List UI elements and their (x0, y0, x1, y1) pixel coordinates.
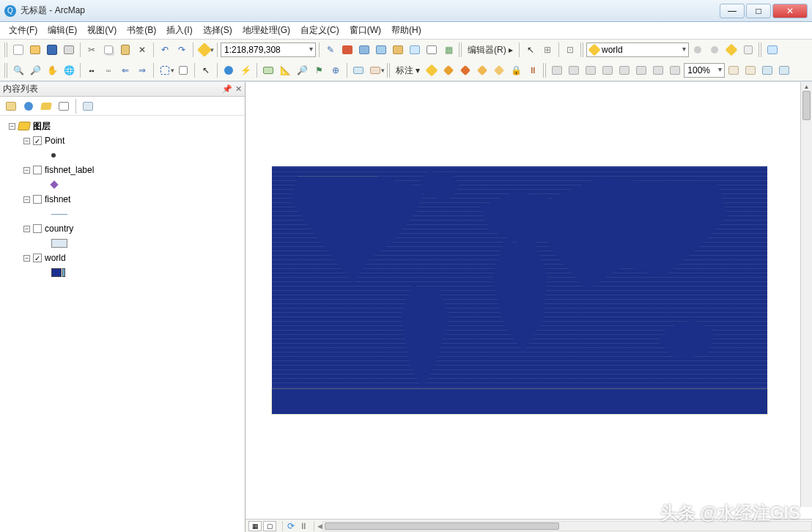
search-window-icon[interactable] (373, 42, 389, 58)
label-weight-1-icon[interactable] (474, 62, 490, 78)
toolbar-grip[interactable] (4, 43, 8, 57)
georef-4-icon[interactable] (599, 62, 616, 78)
close-button[interactable]: ✕ (772, 4, 808, 18)
toolbar-grip[interactable] (543, 63, 547, 78)
collapse-icon[interactable]: − (23, 196, 30, 203)
refresh-icon[interactable]: ⟳ (286, 521, 296, 531)
layer-checkbox[interactable]: ✓ (33, 136, 42, 145)
georef-8-icon[interactable] (667, 62, 683, 78)
options-icon[interactable] (80, 98, 96, 114)
go-to-xy-icon[interactable]: ⊕ (328, 62, 344, 78)
layer-country-symbol[interactable] (0, 236, 245, 251)
table-of-contents-icon[interactable]: ▦ (440, 42, 457, 58)
toolbar-grip[interactable] (387, 63, 391, 78)
menu-help[interactable]: 帮助(H) (387, 22, 426, 39)
clear-selection-icon[interactable] (175, 62, 191, 78)
layer-world-symbol[interactable] (0, 265, 245, 280)
collapse-icon[interactable]: − (23, 226, 30, 232)
cut-icon[interactable]: ✂ (84, 42, 100, 58)
menu-windows[interactable]: 窗口(W) (345, 22, 385, 39)
measure-icon[interactable]: 📐 (277, 62, 293, 78)
zoom-percent-combo[interactable]: 100% (684, 63, 725, 78)
map-canvas[interactable]: ▲ (246, 82, 812, 519)
layer-world[interactable]: − ✓ world (0, 251, 245, 265)
toolbar-grip[interactable] (759, 43, 762, 57)
toolbox-icon[interactable] (339, 42, 355, 58)
vertical-scrollbar[interactable]: ▲ (800, 82, 812, 507)
dropdown-arrow-icon[interactable]: ▾ (381, 67, 385, 74)
menu-insert[interactable]: 插入(I) (162, 22, 196, 39)
zoom-out-icon[interactable]: 🔎 (27, 62, 43, 78)
pause-draw-icon[interactable]: ⏸ (296, 521, 311, 531)
minimize-button[interactable]: — (720, 4, 745, 18)
pan-icon[interactable]: ✋ (44, 62, 60, 78)
layout-2-icon[interactable] (742, 62, 759, 78)
sketch-properties-icon[interactable] (723, 42, 739, 58)
edit-tool-icon[interactable]: ↖ (523, 42, 539, 58)
scroll-thumb[interactable] (802, 91, 811, 120)
identify-icon[interactable] (221, 62, 237, 78)
collapse-icon[interactable]: − (23, 255, 30, 262)
model-builder-icon[interactable] (407, 42, 423, 58)
find-route-icon[interactable]: ⚑ (311, 62, 327, 78)
menu-edit[interactable]: 编辑(E) (43, 22, 81, 39)
toolbar-grip[interactable] (459, 43, 462, 57)
georef-2-icon[interactable] (566, 62, 582, 78)
label-weight-2-icon[interactable] (491, 62, 507, 78)
toc-pin-icon[interactable]: 📌 (222, 84, 232, 94)
scroll-left-icon[interactable]: ◀ (317, 522, 322, 530)
layer-checkbox[interactable] (33, 166, 42, 174)
layer-fishnet-symbol[interactable] (0, 207, 245, 221)
hyperlink-icon[interactable]: ⚡ (237, 62, 254, 78)
georef-icon[interactable] (764, 42, 780, 58)
scroll-thumb[interactable] (325, 522, 559, 530)
menu-file[interactable]: 文件(F) (4, 22, 42, 39)
georef-7-icon[interactable] (650, 62, 666, 78)
menu-geoprocessing[interactable]: 地理处理(G) (238, 22, 295, 39)
georef-5-icon[interactable] (616, 62, 632, 78)
fixed-zoom-in-icon[interactable]: ▪▪ (84, 62, 100, 78)
label-priority-1-icon[interactable] (440, 62, 457, 78)
collapse-icon[interactable]: − (23, 167, 30, 174)
layer-point[interactable]: − ✓ Point (0, 133, 245, 148)
python-window-icon[interactable] (390, 42, 406, 58)
layer-fishnet[interactable]: − fishnet (0, 192, 245, 207)
layout-view-tab[interactable]: ▢ (263, 521, 276, 531)
list-by-selection-icon[interactable] (56, 98, 72, 114)
select-elements-icon[interactable]: ↖ (198, 62, 214, 78)
lock-labels-icon[interactable]: 🔒 (508, 62, 524, 78)
dropdown-arrow-icon[interactable]: ▾ (171, 67, 174, 74)
edit-vertices-icon[interactable]: ⊡ (562, 42, 578, 58)
new-icon[interactable] (10, 42, 26, 58)
label-priority-2-icon[interactable] (457, 62, 473, 78)
georef-6-icon[interactable] (633, 62, 649, 78)
find-icon[interactable]: 🔎 (294, 62, 310, 78)
pause-labels-icon[interactable]: ⏸ (525, 62, 541, 78)
menu-customize[interactable]: 自定义(C) (296, 22, 344, 39)
menu-view[interactable]: 视图(V) (83, 22, 121, 39)
copy-icon[interactable] (100, 42, 117, 58)
layer-fishnet-label[interactable]: − fishnet_label (0, 163, 245, 177)
layer-checkbox[interactable] (33, 224, 42, 233)
menu-bookmarks[interactable]: 书签(B) (122, 22, 160, 39)
fixed-zoom-out-icon[interactable]: ▫▫ (100, 62, 117, 78)
back-extent-icon[interactable]: ⇐ (117, 62, 133, 78)
list-by-source-icon[interactable] (21, 98, 37, 114)
add-data-icon[interactable] (196, 42, 213, 58)
layer-checkbox[interactable]: ✓ (33, 254, 42, 262)
horizontal-scrollbar[interactable] (322, 521, 812, 531)
label-tool-menu[interactable]: 标注 ▾ (393, 64, 423, 77)
scroll-up-icon[interactable]: ▲ (801, 82, 812, 91)
label-manager-icon[interactable] (424, 62, 440, 78)
list-by-drawing-order-icon[interactable] (3, 98, 19, 114)
scale-combo[interactable]: 1:218,879,308 (221, 43, 316, 57)
toolbar-grip[interactable] (4, 63, 8, 78)
open-icon[interactable] (27, 42, 43, 58)
task-icon[interactable] (740, 42, 756, 58)
editor-menu[interactable]: 编辑器(R) ▸ (465, 44, 516, 56)
print-icon[interactable] (61, 42, 77, 58)
undo-icon[interactable]: ↶ (157, 42, 173, 58)
save-icon[interactable] (44, 42, 60, 58)
toolbar-grip[interactable] (580, 43, 584, 57)
layer-point-symbol[interactable] (0, 148, 245, 163)
